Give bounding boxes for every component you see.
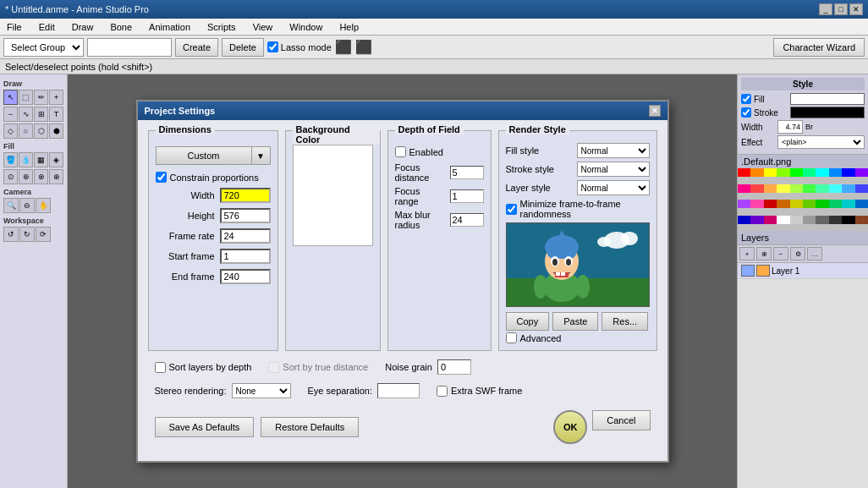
menu-bone[interactable]: Bone [107, 20, 135, 34]
swatch-2[interactable] [764, 168, 777, 177]
tool-eyedrop[interactable]: 💧 [19, 152, 33, 167]
swatch-32[interactable] [764, 216, 777, 224]
restore-defaults-button[interactable]: Restore Defaults [261, 417, 359, 437]
dof-enabled-checkbox[interactable] [395, 146, 406, 157]
swatch-36[interactable] [816, 216, 828, 224]
fill-style-select[interactable]: Normal [577, 143, 650, 158]
stroke-checkbox[interactable] [741, 107, 751, 118]
swatch-37[interactable] [829, 216, 842, 224]
swatch-27[interactable] [829, 200, 842, 208]
maximize-btn[interactable]: □ [834, 3, 848, 15]
tool-w2[interactable]: ↻ [19, 227, 35, 242]
toolbar-search-input[interactable] [87, 38, 172, 57]
tool-r1[interactable]: ◇ [3, 123, 18, 139]
swatch-1[interactable] [750, 168, 763, 177]
stroke-style-select[interactable]: Normal [577, 162, 650, 177]
swatch-3[interactable] [777, 168, 789, 177]
menu-help[interactable]: Help [336, 20, 362, 34]
sort-true-distance-checkbox[interactable] [268, 362, 279, 373]
menu-window[interactable]: Window [286, 20, 326, 34]
layer-delete-btn[interactable]: − [773, 247, 788, 260]
select-group-dropdown[interactable]: Select Group [3, 38, 84, 57]
sort-by-depth-checkbox[interactable] [155, 362, 166, 373]
tool-pan[interactable]: ✋ [36, 198, 51, 213]
swatch-28[interactable] [842, 200, 854, 208]
swatch-8[interactable] [842, 168, 854, 177]
layer-duplicate-btn[interactable]: ⊕ [756, 247, 772, 260]
background-preview[interactable] [293, 145, 373, 246]
extra-swf-checkbox[interactable] [437, 386, 448, 397]
height-input[interactable] [220, 208, 271, 223]
tool-select[interactable]: ⬚ [19, 90, 33, 105]
swatch-22[interactable] [764, 200, 777, 208]
max-blur-input[interactable] [450, 213, 484, 227]
swatch-18[interactable] [842, 184, 854, 193]
swatch-20[interactable] [738, 200, 750, 208]
tool-fill[interactable]: 🪣 [3, 152, 18, 167]
fill-color-swatch[interactable] [790, 93, 865, 105]
swatch-38[interactable] [842, 216, 854, 224]
cancel-button[interactable]: Cancel [592, 410, 650, 430]
create-button[interactable]: Create [175, 38, 218, 57]
menu-animation[interactable]: Animation [146, 20, 194, 34]
swatch-10[interactable] [738, 184, 750, 193]
swatch-39[interactable] [855, 216, 868, 224]
layer-visibility-icon[interactable] [741, 265, 755, 277]
tool-f7[interactable]: ⊗ [34, 169, 48, 184]
swatch-34[interactable] [790, 216, 803, 224]
tool-pen[interactable]: ✏ [34, 90, 48, 105]
tool-r2[interactable]: ○ [19, 123, 33, 139]
advanced-checkbox[interactable] [506, 332, 517, 343]
swatch-5[interactable] [803, 168, 816, 177]
lasso-mode-checkbox[interactable] [267, 41, 278, 52]
width-style-input[interactable] [777, 120, 803, 134]
delete-button[interactable]: Delete [222, 38, 264, 57]
tool-f4[interactable]: ◈ [49, 152, 63, 167]
dialog-close-button[interactable]: ✕ [649, 105, 661, 117]
paste-button[interactable]: Paste [552, 312, 598, 331]
constrain-proportions-checkbox[interactable] [156, 172, 167, 183]
end-frame-input[interactable] [220, 269, 271, 284]
swatch-7[interactable] [829, 168, 842, 177]
width-input[interactable] [220, 188, 271, 203]
tool-w1[interactable]: ↺ [3, 227, 19, 242]
swatch-17[interactable] [829, 184, 842, 193]
swatch-30[interactable] [738, 216, 750, 224]
swatch-16[interactable] [816, 184, 828, 193]
layer-add-btn[interactable]: + [739, 247, 755, 260]
tool-text[interactable]: T [49, 107, 63, 122]
frame-rate-input[interactable] [220, 228, 271, 244]
tool-zoom-out[interactable]: ⊖ [19, 198, 35, 213]
swatch-6[interactable] [816, 168, 828, 177]
menu-scripts[interactable]: Scripts [204, 20, 239, 34]
layer-style-select[interactable]: Normal [577, 180, 650, 195]
tool-add-point[interactable]: + [49, 90, 63, 105]
swatch-25[interactable] [803, 200, 816, 208]
layer-settings-btn[interactable]: ⚙ [790, 247, 805, 260]
tool-zoom-in[interactable]: 🔍 [3, 198, 19, 213]
minimize-btn[interactable]: _ [819, 3, 832, 15]
menu-draw[interactable]: Draw [69, 20, 97, 34]
lasso-mode-checkbox-group[interactable]: Lasso mode [267, 41, 332, 52]
swatch-11[interactable] [750, 184, 763, 193]
eye-separation-input[interactable] [377, 383, 420, 398]
preset-button[interactable]: Custom [156, 146, 252, 165]
focus-distance-input[interactable] [450, 166, 484, 179]
swatch-12[interactable] [764, 184, 777, 193]
swatch-13[interactable] [777, 184, 789, 193]
layer-row[interactable]: Layer 1 [738, 263, 868, 279]
swatch-15[interactable] [803, 184, 816, 193]
tool-f6[interactable]: ⊛ [19, 169, 33, 184]
swatch-31[interactable] [750, 216, 763, 224]
save-defaults-button[interactable]: Save As Defaults [155, 417, 255, 437]
character-wizard-button[interactable]: Character Wizard [773, 38, 865, 57]
swatch-0[interactable] [738, 168, 750, 177]
tool-arrow[interactable]: ↖ [3, 90, 18, 105]
tool-r4[interactable]: ⬢ [49, 123, 63, 139]
swatch-29[interactable] [855, 200, 868, 208]
tool-f8[interactable]: ⊕ [49, 169, 63, 184]
close-btn[interactable]: ✕ [849, 3, 863, 15]
tool-f5[interactable]: ⊙ [3, 169, 18, 184]
swatch-26[interactable] [816, 200, 828, 208]
start-frame-input[interactable] [220, 249, 271, 264]
